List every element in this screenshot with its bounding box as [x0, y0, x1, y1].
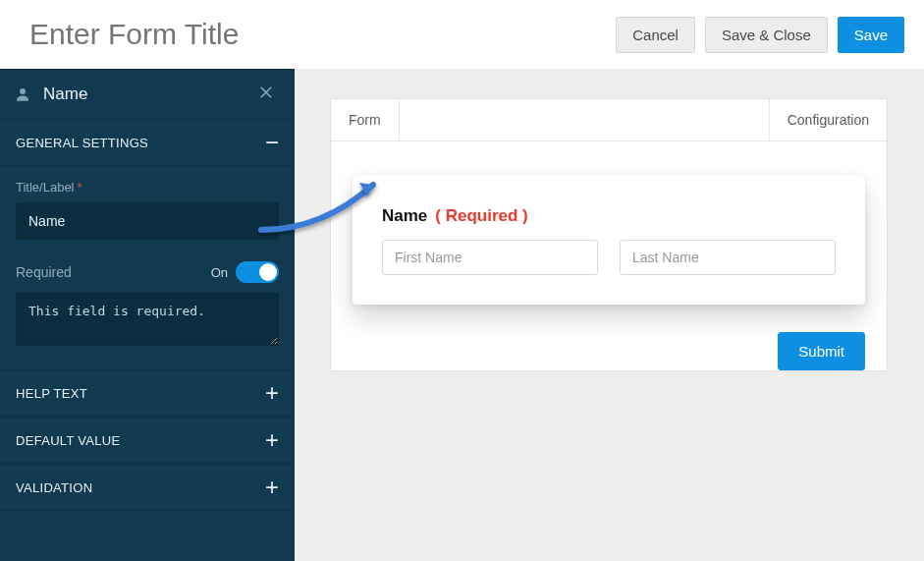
section-label: DEFAULT VALUE	[16, 433, 121, 448]
required-toggle[interactable]	[236, 261, 279, 283]
form-canvas: Form Configuration Name ( Required )	[295, 69, 924, 561]
section-label: GENERAL SETTINGS	[16, 136, 148, 150]
section-label: VALIDATION	[16, 480, 92, 495]
expand-icon: +	[265, 384, 279, 402]
tab-spacer	[400, 99, 770, 140]
form-title-input[interactable]	[29, 18, 383, 51]
expand-icon: +	[265, 431, 279, 449]
field-head: Name ( Required )	[382, 206, 836, 226]
sidebar-header: Name	[0, 70, 295, 119]
last-name-input[interactable]	[620, 240, 836, 275]
section-validation[interactable]: VALIDATION +	[0, 464, 295, 511]
tab-form[interactable]: Form	[331, 99, 400, 140]
name-field-card: Name ( Required )	[353, 175, 865, 305]
save-close-button[interactable]: Save & Close	[705, 17, 828, 53]
cancel-button[interactable]: Cancel	[616, 17, 695, 53]
first-name-input[interactable]	[382, 240, 598, 275]
sidebar-field-title: Name	[43, 84, 240, 104]
required-message-input[interactable]	[16, 293, 279, 346]
required-label: Required	[16, 264, 72, 280]
title-label: Title/Label*	[16, 180, 279, 195]
tabs: Form Configuration	[331, 99, 887, 141]
field-label: Name	[382, 206, 427, 226]
section-general-settings[interactable]: GENERAL SETTINGS −	[0, 119, 295, 166]
submit-button[interactable]: Submit	[778, 332, 865, 370]
expand-icon: +	[265, 478, 279, 496]
section-general-body: Title/Label* Required On	[0, 166, 295, 369]
preview-card: Form Configuration Name ( Required )	[330, 98, 888, 371]
required-star-icon: *	[78, 180, 82, 195]
section-help-text[interactable]: HELP TEXT +	[0, 369, 295, 417]
close-icon[interactable]	[251, 80, 281, 109]
collapse-icon: −	[265, 134, 279, 151]
svg-point-0	[20, 88, 26, 94]
person-icon	[14, 85, 31, 103]
save-button[interactable]: Save	[838, 17, 904, 53]
toggle-state-text: On	[211, 265, 228, 280]
section-label: HELP TEXT	[16, 386, 87, 401]
required-badge: ( Required )	[435, 206, 527, 226]
section-default-value[interactable]: DEFAULT VALUE +	[0, 417, 295, 464]
field-config-sidebar: Name GENERAL SETTINGS − Title/Label* Req…	[0, 69, 295, 561]
header-bar: Cancel Save & Close Save	[0, 0, 924, 69]
title-input[interactable]	[16, 202, 279, 240]
tab-configuration[interactable]: Configuration	[770, 99, 887, 140]
header-buttons: Cancel Save & Close Save	[616, 17, 904, 53]
